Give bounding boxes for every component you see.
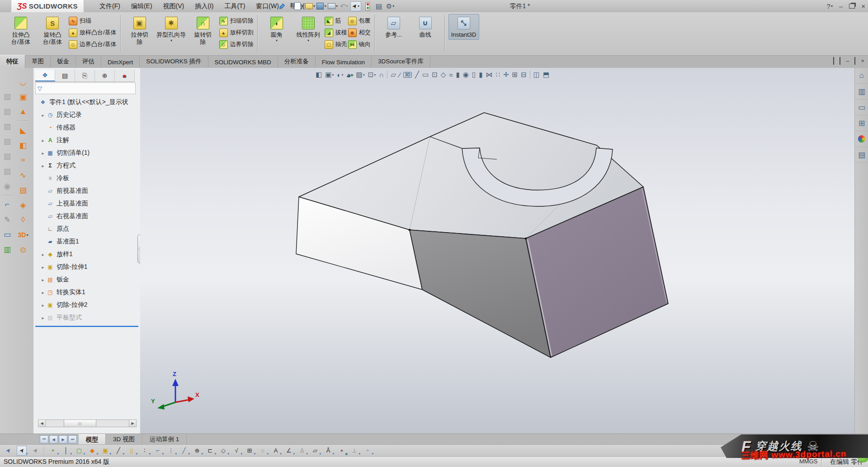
sketch-entity-icon[interactable]: ⌐ bbox=[1, 199, 13, 210]
polyline-icon[interactable]: ⋮▾ bbox=[166, 446, 175, 455]
doc-minimize-button[interactable]: – bbox=[846, 57, 849, 64]
expand-arrow-icon[interactable]: ▸ bbox=[40, 163, 46, 168]
tab-DimXpert[interactable]: DimXpert bbox=[101, 57, 140, 68]
featuremanager-tab[interactable]: ❖ bbox=[35, 70, 55, 81]
tree-item-注解[interactable]: ▸A注解 bbox=[33, 134, 140, 147]
sweep-button[interactable]: ∿扫描 bbox=[69, 16, 117, 26]
shell-button[interactable]: ▢抽壳 bbox=[325, 39, 347, 49]
polygon-tool-icon[interactable]: ◇▾ bbox=[219, 446, 228, 455]
appearances-sphere-icon[interactable]: ● bbox=[855, 131, 868, 147]
tree-horizontal-scrollbar[interactable]: ◀ ||| ▶ bbox=[38, 419, 137, 427]
select-multiple-icon[interactable]: ➤ bbox=[4, 446, 13, 455]
doc-tab-3D 视图[interactable]: 3D 视图 bbox=[106, 434, 142, 445]
tree-item-转换实体1[interactable]: ▸◳转换实体1 bbox=[33, 286, 140, 299]
tree-item-切除-拉伸2[interactable]: ▸▣切除-拉伸2 bbox=[33, 299, 140, 311]
restore-button[interactable] bbox=[849, 4, 855, 9]
jog-icon[interactable]: ∿ bbox=[17, 169, 29, 181]
extrude-boss-button[interactable]: 拉伸凸台/基体 bbox=[5, 14, 36, 47]
hole-wizard-button[interactable]: ✱异型孔向导▾ bbox=[156, 14, 187, 44]
open-button[interactable]: ▾ bbox=[305, 2, 315, 11]
rebuild-button[interactable] bbox=[363, 2, 373, 11]
configurationmanager-tab[interactable]: ⎘ bbox=[75, 70, 95, 81]
graphics-viewport[interactable]: ◧▣▾◐▾◕▾▨▾⊡▾∩▱∕3D╱▭⊡◇≈▮◉▯▮⋈∷✛⊞⊟◫⬒ bbox=[140, 68, 854, 434]
tab-草图[interactable]: 草图 bbox=[25, 55, 51, 68]
tab-评估[interactable]: 评估 bbox=[76, 55, 101, 68]
note-icon[interactable]: A▾ bbox=[271, 446, 280, 455]
center-rectangle-icon[interactable]: ⊡ bbox=[432, 71, 438, 79]
tree-item-原点[interactable]: ∟原点 bbox=[33, 223, 140, 235]
sketch-3d-icon[interactable]: 3D bbox=[403, 72, 412, 78]
file-explorer-icon[interactable]: ▭ bbox=[855, 100, 868, 115]
pattern-tool-icon[interactable]: ∷ bbox=[495, 71, 500, 79]
extrude-cut-button[interactable]: ▣拉伸切除 bbox=[124, 14, 155, 47]
menu-插入(I)[interactable]: 插入(I) bbox=[190, 1, 218, 12]
toolbar-cube-icon[interactable]: ▧ bbox=[1, 135, 13, 147]
centerline-icon[interactable]: │▾ bbox=[61, 446, 71, 455]
mirror-button[interactable]: ⋈镜向 bbox=[348, 39, 371, 49]
home-icon[interactable]: ⌂ bbox=[855, 68, 868, 84]
circle-icon[interactable]: ⊕▾ bbox=[193, 446, 202, 455]
close-button[interactable]: × bbox=[861, 2, 865, 10]
magnify-icon[interactable]: ◌▾ bbox=[258, 446, 267, 455]
revolve-boss-button[interactable]: S旋转凸台/基体 bbox=[37, 14, 68, 47]
undo-button[interactable]: ↶▾ bbox=[339, 2, 349, 11]
menu-文件(F)[interactable]: 文件(F) bbox=[95, 1, 125, 12]
tab-nav-2[interactable]: ▶ bbox=[59, 435, 67, 443]
boundary-boss-button[interactable]: ◇边界凸台/基体 bbox=[69, 39, 117, 49]
sketched-bend-icon[interactable]: ▤ bbox=[17, 184, 29, 196]
toolbar-cube-icon[interactable]: ▧ bbox=[1, 150, 13, 162]
appearances-icon[interactable]: ◕▾ bbox=[346, 71, 353, 79]
extrude-tool-icon[interactable]: ▮ bbox=[456, 71, 460, 79]
scroll-right-icon[interactable]: ▶ bbox=[129, 420, 136, 427]
extrude-mini-icon[interactable]: ▯▾ bbox=[127, 446, 136, 455]
3d-cube-icon[interactable]: 3D▾ bbox=[17, 229, 29, 241]
line-icon[interactable]: ╱ bbox=[415, 71, 419, 79]
instant2d-icon[interactable]: ⊞ bbox=[512, 71, 518, 79]
revolve-cut-button[interactable]: ∩旋转切除 bbox=[188, 14, 218, 47]
design-library-icon[interactable]: ▥ bbox=[855, 84, 868, 100]
centerline-icon[interactable]: ∕ bbox=[399, 71, 401, 79]
tree-item-历史记录[interactable]: ▸◷历史记录 bbox=[33, 109, 140, 121]
help-button[interactable]: ?▾ bbox=[827, 2, 833, 10]
rapid-sketch-icon[interactable]: ▭ bbox=[1, 229, 13, 240]
settings-button[interactable]: ⚙▾ bbox=[385, 2, 395, 11]
loft-cut-button[interactable]: ▲放样切割 bbox=[219, 28, 254, 38]
tree-item-切除-拉伸1[interactable]: ▸▣切除-拉伸1 bbox=[33, 261, 140, 273]
scrollbar-thumb[interactable]: ||| bbox=[64, 420, 96, 427]
pie-icon[interactable]: ◔▾ bbox=[337, 446, 346, 455]
view-orientation-icon[interactable]: ▣▾ bbox=[325, 71, 334, 79]
expand-arrow-icon[interactable]: ▸ bbox=[40, 290, 46, 295]
tree-item-基准面1[interactable]: ▰基准面1 bbox=[33, 235, 140, 248]
draft-button[interactable]: ◢拔模 bbox=[325, 28, 347, 38]
boundary-cut-button[interactable]: ◇边界切除 bbox=[219, 39, 254, 49]
select-button[interactable]: ➤▾ bbox=[350, 1, 361, 11]
tab-nav-0[interactable]: ⏮ bbox=[40, 435, 48, 443]
extrude-mini-icon[interactable]: ▥ bbox=[1, 243, 13, 255]
sweep-tool-icon[interactable]: ▯ bbox=[472, 71, 476, 79]
lofted-bend-icon[interactable]: ▲ bbox=[17, 106, 29, 118]
convert-to-sheetmetal-icon[interactable]: ▣ bbox=[17, 91, 29, 103]
solid-icon[interactable]: ▣▾ bbox=[101, 446, 110, 455]
toolbar-sphere-icon[interactable]: ◉ bbox=[1, 180, 13, 192]
point-icon[interactable]: •▾ bbox=[48, 446, 57, 455]
tree-item-前视基准面[interactable]: ▱前视基准面 bbox=[33, 185, 140, 197]
check-icon[interactable]: √▾ bbox=[232, 446, 241, 455]
tree-filter-field[interactable]: ▽ bbox=[35, 82, 136, 94]
rib-button[interactable]: ◣筋 bbox=[325, 16, 347, 26]
balloon-icon[interactable]: ♙▾ bbox=[297, 446, 307, 455]
line-tool-icon[interactable]: ╱▾ bbox=[114, 446, 123, 455]
rollback-bar[interactable] bbox=[35, 326, 138, 327]
propertymanager-tab[interactable]: ▤ bbox=[55, 70, 75, 81]
loft-button[interactable]: ▲放样凸台/基体 bbox=[69, 28, 117, 38]
pin-menu-icon[interactable] bbox=[278, 2, 286, 10]
intersect-button[interactable]: ⊗相交 bbox=[348, 28, 371, 38]
scene-icon[interactable]: ▨▾ bbox=[356, 71, 365, 79]
print-button[interactable]: ▾ bbox=[328, 2, 338, 11]
tab-分析准备[interactable]: 分析准备 bbox=[278, 55, 316, 68]
plane-tool-icon[interactable]: ▢▾ bbox=[75, 446, 84, 455]
miter-flange-icon[interactable]: ◧ bbox=[17, 139, 29, 151]
expand-arrow-icon[interactable]: ▸ bbox=[40, 113, 46, 118]
tree-root-item[interactable]: ❖零件1 (默认<<默认>_显示状 bbox=[33, 96, 140, 109]
toolbar-cube-icon[interactable]: ▧ bbox=[1, 91, 13, 102]
view-settings-icon[interactable]: ⊡▾ bbox=[368, 71, 376, 79]
